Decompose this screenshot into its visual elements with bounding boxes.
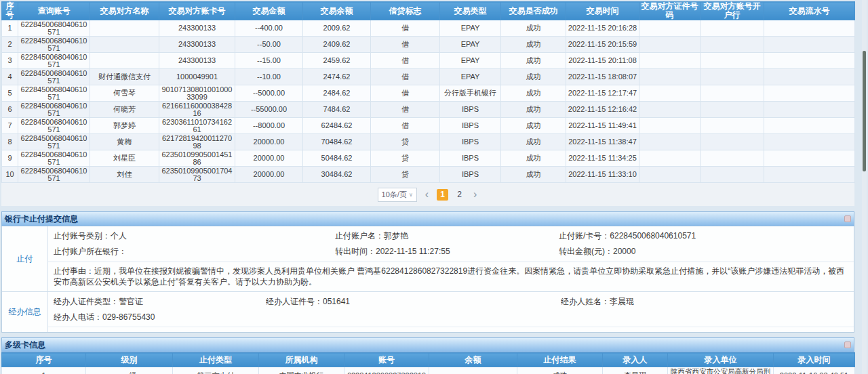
transaction-cell: IBPS	[440, 150, 501, 167]
transaction-col-6: 借贷标志	[371, 2, 440, 20]
transaction-cell: --5000.00	[235, 85, 303, 102]
transaction-cell: 1000049901	[159, 69, 235, 85]
collapse-icon[interactable]	[844, 341, 851, 348]
transaction-cell: 2459.62	[303, 53, 371, 69]
vertical-scrollbar[interactable]	[862, 0, 867, 374]
transaction-col-11: 交易对方账号开户行	[701, 2, 764, 20]
zhifu-field-0: 止付账号类别：个人	[54, 228, 335, 244]
transaction-cell: 何雪琴	[90, 85, 159, 102]
transaction-cell: 9	[2, 150, 18, 167]
page-size-select[interactable]: 10条/页 ∨	[378, 188, 417, 202]
multicard-cell: 6228412860827322819	[344, 367, 429, 374]
transaction-cell: EPAY	[440, 53, 501, 69]
multicard-panel: 多级卡信息 序号级别止付类型所属机构账号余额止付结果录入人录入单位录入时间 1一…	[1, 337, 854, 374]
transaction-cell	[701, 85, 764, 102]
transaction-cell: 7484.62	[303, 102, 371, 118]
field-label: 经办人证件号：	[266, 297, 323, 306]
multicard-col-4: 账号	[344, 353, 429, 367]
field-label: 止付账户所在银行：	[54, 247, 127, 256]
page-button-2[interactable]: 2	[454, 189, 465, 201]
transaction-cell: 贷	[371, 150, 440, 167]
transaction-cell	[764, 53, 855, 69]
transaction-row-0[interactable]: 16228450068040610571243300133--400.00200…	[2, 20, 855, 37]
transaction-row-1[interactable]: 26228450068040610571243300133--50.002409…	[2, 37, 855, 53]
transaction-cell: 243300133	[159, 53, 235, 69]
transaction-cell: 50484.62	[303, 150, 371, 167]
transaction-cell: --15.00	[235, 53, 303, 69]
transaction-col-12: 交易流水号	[764, 2, 855, 20]
transaction-row-3[interactable]: 46228450068040610571财付通微信支付1000049901--1…	[2, 69, 855, 85]
transaction-cell	[639, 69, 701, 85]
scrollbar-thumb[interactable]	[863, 51, 866, 171]
transaction-cell	[90, 53, 159, 69]
field-value: 个人	[111, 231, 127, 241]
transaction-cell: 2022-11-15 18:08:07	[566, 69, 639, 85]
transaction-cell: 刘星臣	[90, 150, 159, 167]
zhifu-group: 止付 止付账号类别：个人止付账户名：郭梦艳止付账/卡号：622845006804…	[2, 226, 854, 291]
divider	[48, 327, 854, 332]
transaction-cell: 6228450068040610571	[18, 20, 90, 37]
field-label: 转出时间：	[335, 247, 376, 256]
transaction-cell: 243300133	[159, 37, 235, 53]
transaction-cell: 2022-11-15 11:34:25	[566, 150, 639, 167]
transaction-row-5[interactable]: 66228450068040610571何晓芳62166116000038428…	[2, 102, 855, 118]
transaction-cell: 2022-11-15 20:11:08	[566, 53, 639, 69]
transaction-row-8[interactable]: 96228450068040610571刘星臣62350109905001451…	[2, 150, 855, 167]
transaction-row-4[interactable]: 56228450068040610571何雪琴90107130801001000…	[2, 85, 855, 102]
stop-payment-panel-body: 止付 止付账号类别：个人止付账户名：郭梦艳止付账/卡号：622845006804…	[1, 226, 854, 333]
jingban-group-content: 经办人证件类型：警官证经办人证件号：051641经办人姓名：李晨琨经办人电话：0…	[48, 292, 854, 332]
page: 序号查询账号交易对方名称交易对方账卡号交易金额交易余额借贷标志交易类型交易是否成…	[0, 0, 868, 374]
transaction-cell	[639, 102, 701, 118]
transaction-cell	[764, 134, 855, 150]
field-label: 转出金额(元)：	[559, 247, 613, 256]
transaction-col-1: 查询账号	[18, 2, 90, 20]
transaction-cell: 成功	[501, 118, 566, 134]
transaction-row-9[interactable]: 106228450068040610571刘佳62350109905001704…	[2, 167, 855, 183]
transaction-cell: 2474.62	[303, 69, 371, 85]
transaction-cell: 2409.62	[303, 37, 371, 53]
transaction-cell	[701, 118, 764, 134]
multicard-col-0: 序号	[2, 353, 86, 367]
transaction-cell: 2	[2, 37, 18, 53]
next-page-button[interactable]: ›	[472, 189, 478, 200]
multicard-cell: 1	[2, 367, 86, 374]
transaction-row-2[interactable]: 36228450068040610571243300133--15.002459…	[2, 53, 855, 69]
transaction-cell: 2022-11-15 20:15:59	[566, 37, 639, 53]
prev-page-button[interactable]: ‹	[424, 189, 430, 200]
multicard-cell: 中国农业银行	[259, 367, 344, 374]
transaction-cell: 成功	[501, 69, 566, 85]
multicard-cell	[429, 367, 517, 374]
transaction-cell	[764, 20, 855, 37]
transaction-cell: 财付通微信支付	[90, 69, 159, 85]
transaction-cell: 借	[371, 37, 440, 53]
multicard-row-0[interactable]: 1一级第三方止付中国农业银行6228412860827322819成功李晨琨陕西…	[2, 367, 855, 374]
jingban-group: 经办信息 经办人证件类型：警官证经办人证件号：051641经办人姓名：李晨琨经办…	[2, 291, 854, 332]
transaction-cell	[639, 167, 701, 183]
multicard-cell: 第三方止付	[173, 367, 259, 374]
transaction-row-7[interactable]: 86228450068040610571黄梅621728194200112709…	[2, 134, 855, 150]
field-value: 警官证	[119, 297, 143, 306]
transaction-col-0: 序号	[2, 2, 18, 20]
page-button-1[interactable]: 1	[437, 189, 448, 201]
field-label: 经办人姓名：	[561, 297, 610, 306]
transaction-cell: 10	[2, 167, 18, 183]
transaction-cell: --10.00	[235, 69, 303, 85]
field-label: 经办人电话：	[54, 312, 102, 322]
transaction-cell: 30484.62	[303, 167, 371, 183]
page-numbers: 12	[437, 189, 465, 201]
transaction-row-6[interactable]: 76228450068040610571郭梦婷62303611010734162…	[2, 118, 855, 134]
transaction-cell: EPAY	[440, 20, 501, 37]
transaction-cell	[701, 20, 764, 37]
field-value: 郭梦艳	[384, 231, 408, 241]
jingban-field-2: 经办人姓名：李晨琨	[561, 294, 854, 310]
transaction-col-5: 交易余额	[303, 2, 371, 20]
transaction-cell: 2022-11-15 20:16:28	[566, 20, 639, 37]
field-label: 止付账户名：	[335, 231, 384, 241]
collapse-icon[interactable]	[844, 215, 851, 222]
transaction-cell: 2022-11-15 12:16:42	[566, 102, 639, 118]
transaction-cell: 分行版手机银行	[440, 85, 501, 102]
transaction-cell	[764, 69, 855, 85]
zhifu-group-content: 止付账号类别：个人止付账户名：郭梦艳止付账/卡号：622845006804061…	[48, 226, 854, 291]
transaction-col-10: 交易对方证件号码	[639, 2, 701, 20]
transaction-col-3: 交易对方账卡号	[159, 2, 235, 20]
